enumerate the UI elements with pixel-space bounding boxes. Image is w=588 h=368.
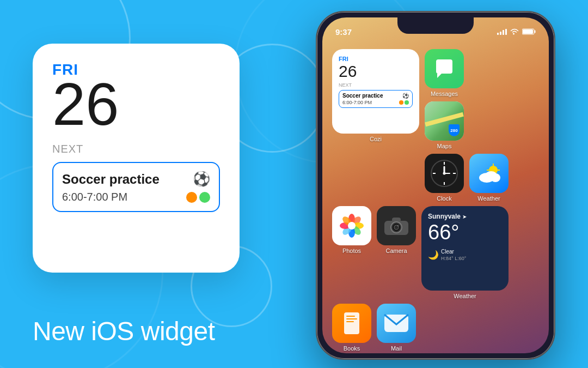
main-widget-card: FRI 26 NEXT Soccer practice ⚽ 6:00-7:00 … (33, 44, 240, 273)
signal-bar-1 (497, 33, 499, 35)
photos-svg (336, 210, 367, 241)
home-screen: FRI 26 NEXT Soccer practice ⚽ 6:00-7:00 … (328, 45, 543, 337)
row3: Photos (332, 206, 539, 299)
signal-bars (497, 29, 507, 35)
cozi-dot-orange (399, 100, 403, 105)
svg-point-27 (348, 222, 356, 230)
weather-app-col: Weather (469, 154, 509, 202)
status-time: 9:37 (335, 27, 352, 37)
svg-point-18 (491, 173, 500, 182)
mail-label: Mail (391, 345, 402, 352)
clock-label: Clock (437, 195, 452, 202)
cozi-event-time: 6:00-7:00 PM (342, 100, 409, 105)
clock-svg (429, 158, 460, 189)
books-icon[interactable] (332, 304, 371, 343)
cozi-widget-area: FRI 26 NEXT Soccer practice ⚽ 6:00-7:00 … (332, 49, 419, 142)
clock-icon[interactable] (425, 154, 464, 193)
svg-rect-35 (346, 316, 355, 317)
maps-content: 280 (425, 101, 464, 141)
cozi-next: NEXT (339, 82, 413, 88)
phone-mockup: 9:37 (316, 11, 555, 360)
messages-svg (433, 57, 456, 80)
cozi-day: FRI (339, 56, 413, 62)
weather-app-label: Weather (477, 195, 500, 202)
camera-svg (383, 215, 409, 236)
cozi-date: 26 (339, 62, 413, 80)
widget-event-title-row: Soccer practice ⚽ (62, 171, 210, 188)
weather-widget-label: Weather (421, 293, 509, 299)
signal-bar-3 (503, 30, 504, 35)
battery-icon (522, 28, 536, 35)
mail-icon[interactable] (377, 304, 416, 343)
widget-event-title: Soccer practice (62, 172, 160, 187)
phone-body: 9:37 (316, 11, 555, 360)
widget-color-dots (186, 192, 210, 203)
cozi-dot-green (405, 100, 409, 105)
weather-app-icon[interactable] (469, 154, 509, 193)
dots-sm (399, 100, 409, 105)
camera-col: Camera (377, 206, 416, 254)
phone-screen: 9:37 (322, 17, 549, 353)
messages-label: Messages (431, 91, 458, 97)
svg-rect-2 (523, 29, 533, 34)
clock-col: Clock (425, 154, 464, 202)
mail-col: Mail (377, 304, 416, 352)
signal-bar-2 (500, 32, 501, 35)
svg-rect-37 (346, 321, 354, 322)
svg-rect-29 (392, 218, 401, 222)
books-svg (341, 311, 363, 335)
wifi-icon (510, 28, 519, 35)
weather-city: Sunnyvale (428, 213, 461, 220)
photos-label: Photos (342, 248, 361, 254)
weather-condition: Clear (441, 249, 466, 255)
cozi-event-title: Soccer practice ⚽ (342, 93, 409, 99)
messages-maps-col: Messages 280 Maps (425, 49, 464, 149)
weather-text-col: Clear H:84° L:60° (441, 249, 466, 261)
status-icons (497, 28, 536, 35)
books-col: Books (332, 304, 371, 352)
bottom-tagline: New iOS widget (33, 316, 215, 346)
weather-widget-col: Sunnyvale ➤ 66° 🌙 Clear H:84° (421, 206, 509, 299)
weather-widget[interactable]: Sunnyvale ➤ 66° 🌙 Clear H:84° (421, 206, 509, 291)
widget-event-time: 6:00-7:00 PM (62, 191, 127, 203)
location-arrow-icon: ➤ (462, 214, 467, 220)
svg-rect-36 (346, 318, 357, 319)
weather-city-row: Sunnyvale ➤ (428, 213, 502, 220)
widget-date: 26 (52, 74, 220, 134)
widget-event-box: Soccer practice ⚽ 6:00-7:00 PM (52, 162, 220, 212)
row1: FRI 26 NEXT Soccer practice ⚽ 6:00-7:00 … (332, 49, 539, 149)
row4: Books Mail (332, 304, 539, 352)
camera-icon[interactable] (377, 206, 416, 245)
svg-point-10 (443, 172, 446, 175)
svg-point-33 (397, 225, 399, 227)
widget-event-emoji: ⚽ (193, 171, 210, 188)
row2: Clock (425, 154, 539, 202)
weather-temp: 66° (428, 221, 502, 244)
widget-next-label: NEXT (52, 143, 220, 155)
camera-label: Camera (385, 248, 407, 254)
messages-col: Messages (425, 49, 464, 97)
photos-col: Photos (332, 206, 371, 254)
moon-icon: 🌙 (428, 250, 439, 260)
svg-rect-1 (535, 31, 536, 33)
mail-svg (383, 313, 409, 333)
cozi-event-box: Soccer practice ⚽ 6:00-7:00 PM (339, 90, 413, 108)
weather-svg (476, 162, 502, 184)
dot-orange (186, 192, 197, 203)
dot-green (199, 192, 210, 203)
photos-icon[interactable] (332, 206, 371, 245)
widget-event-time-row: 6:00-7:00 PM (62, 191, 210, 203)
weather-details: H:84° L:60° (441, 256, 466, 261)
books-label: Books (344, 345, 360, 352)
cozi-app-label: Cozi (370, 136, 382, 142)
cozi-widget[interactable]: FRI 26 NEXT Soccer practice ⚽ 6:00-7:00 … (332, 49, 419, 134)
messages-icon[interactable] (425, 49, 464, 88)
maps-shield: 280 (449, 124, 460, 136)
maps-col: 280 Maps (425, 101, 464, 149)
maps-label: Maps (437, 143, 452, 149)
weather-icon-row: 🌙 Clear H:84° L:60° (428, 249, 502, 261)
signal-bar-4 (505, 29, 507, 35)
phone-notch (397, 17, 474, 34)
maps-icon[interactable]: 280 (425, 101, 464, 141)
